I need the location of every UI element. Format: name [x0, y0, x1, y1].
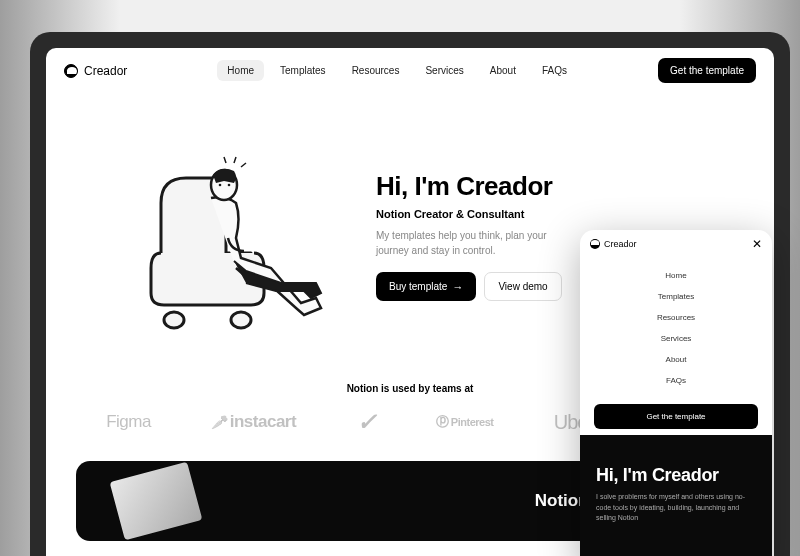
main-nav: Home Templates Resources Services About …	[217, 60, 577, 81]
hero-description: My templates help you think, plan your j…	[376, 228, 576, 258]
nav-resources[interactable]: Resources	[342, 60, 410, 81]
get-template-button[interactable]: Get the template	[658, 58, 756, 83]
svg-point-1	[231, 312, 251, 328]
nav-services[interactable]: Services	[415, 60, 473, 81]
nav-templates[interactable]: Templates	[270, 60, 336, 81]
avatar-icon	[64, 64, 78, 78]
mobile-brand-name: Creador	[604, 239, 637, 249]
mobile-get-template-button[interactable]: Get the template	[594, 404, 758, 429]
main-header: Creador Home Templates Resources Service…	[46, 48, 774, 93]
mobile-nav-templates[interactable]: Templates	[653, 287, 699, 306]
person-on-chair-icon	[116, 123, 336, 343]
hero-illustration	[96, 123, 356, 343]
avatar-icon	[590, 239, 600, 249]
brand-name: Creador	[84, 64, 127, 78]
mobile-nav-faqs[interactable]: FAQs	[661, 371, 691, 390]
close-icon[interactable]: ✕	[752, 238, 762, 250]
mobile-preview: Creador ✕ Home Templates Resources Servi…	[580, 230, 772, 556]
brand-logo[interactable]: Creador	[64, 64, 127, 78]
mobile-hero-title: Hi, I'm Creador	[596, 465, 756, 486]
view-demo-button[interactable]: View demo	[484, 272, 561, 301]
instacart-logo: instacart	[211, 412, 296, 432]
card-decoration-icon	[110, 462, 203, 541]
mobile-brand[interactable]: Creador	[590, 239, 637, 249]
hero-title: Hi, I'm Creador	[376, 171, 724, 202]
arrow-right-icon: →	[452, 281, 463, 293]
buy-template-button[interactable]: Buy template →	[376, 272, 476, 301]
mobile-hero: Hi, I'm Creador I solve problems for mys…	[580, 435, 772, 556]
svg-point-0	[164, 312, 184, 328]
mobile-nav-resources[interactable]: Resources	[652, 308, 700, 327]
svg-point-4	[228, 184, 231, 187]
buy-label: Buy template	[389, 281, 447, 292]
nike-logo: ✓	[357, 408, 377, 436]
nav-faqs[interactable]: FAQs	[532, 60, 577, 81]
hero-subtitle: Notion Creator & Consultant	[376, 208, 724, 220]
mobile-nav: Home Templates Resources Services About …	[580, 258, 772, 398]
nav-about[interactable]: About	[480, 60, 526, 81]
mobile-hero-desc: I solve problems for myself and others u…	[596, 492, 756, 524]
nav-home[interactable]: Home	[217, 60, 264, 81]
figma-logo: Figma	[106, 412, 151, 432]
mobile-nav-about[interactable]: About	[661, 350, 692, 369]
pinterest-logo: Pinterest	[436, 413, 493, 431]
svg-point-3	[219, 184, 222, 187]
mobile-nav-home[interactable]: Home	[660, 266, 691, 285]
mobile-header: Creador ✕	[580, 230, 772, 258]
mobile-nav-services[interactable]: Services	[656, 329, 697, 348]
